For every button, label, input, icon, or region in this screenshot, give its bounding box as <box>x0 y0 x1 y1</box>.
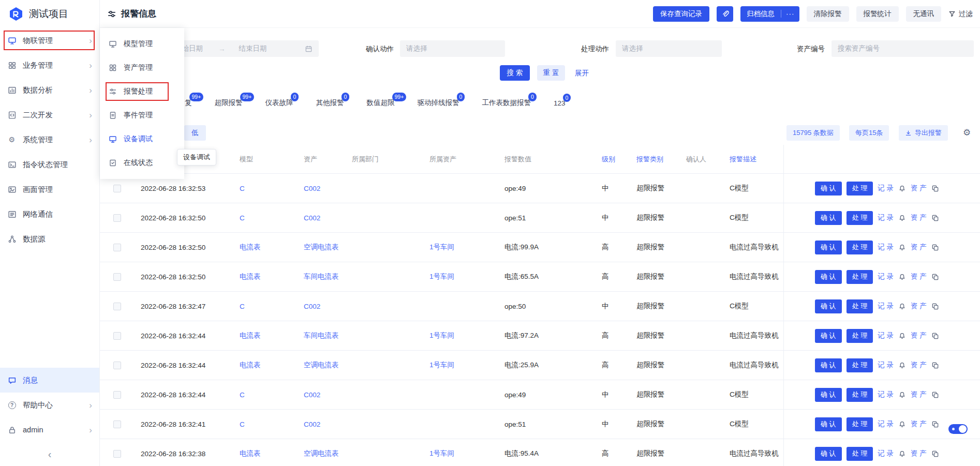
floating-toggle[interactable] <box>948 424 968 434</box>
row-checkbox[interactable] <box>113 185 121 192</box>
model-link[interactable]: C <box>234 292 299 321</box>
parent-asset-link[interactable]: 1号车间 <box>424 233 499 262</box>
sidebar-item-command-status[interactable]: 指令状态管理 <box>0 152 99 177</box>
submenu-item-asset-management[interactable]: 资产管理 <box>100 56 184 80</box>
expand-link[interactable]: 展开 <box>575 69 589 78</box>
asset-link[interactable]: C002 <box>299 174 347 203</box>
copy-icon[interactable] <box>931 303 939 310</box>
row-checkbox[interactable] <box>113 244 121 251</box>
copy-icon[interactable] <box>931 273 939 281</box>
record-link[interactable]: 记 录 <box>878 449 894 458</box>
copy-icon[interactable] <box>931 244 939 251</box>
page-size-pill[interactable]: 每页15条 <box>849 125 889 141</box>
bell-icon[interactable] <box>898 420 906 428</box>
parent-asset-link[interactable] <box>424 203 499 232</box>
record-link[interactable]: 记 录 <box>878 360 894 370</box>
more-icon[interactable]: ··· <box>781 10 799 18</box>
handle-button[interactable]: 处 理 <box>847 417 873 431</box>
sidebar-item-secondary-dev[interactable]: 二次开发 › <box>0 102 99 127</box>
asset-action-link[interactable]: 资 产 <box>911 360 927 370</box>
asset-action-link[interactable]: 资 产 <box>911 331 927 340</box>
confirm-button[interactable]: 确 认 <box>815 358 842 372</box>
row-checkbox[interactable] <box>113 450 121 458</box>
submenu-item-online-status[interactable]: 在线状态 <box>100 151 184 175</box>
model-link[interactable]: 电流表 <box>234 321 299 350</box>
record-link[interactable]: 记 录 <box>878 331 894 340</box>
asset-no-input[interactable]: 搜索资产编号 <box>831 40 974 57</box>
confirm-button[interactable]: 确 认 <box>815 388 842 402</box>
confirm-button[interactable]: 确 认 <box>815 182 842 196</box>
record-link[interactable]: 记 录 <box>878 390 894 399</box>
sidebar-item-system-management[interactable]: ⚙ 系统管理 › <box>0 127 99 152</box>
reset-button[interactable]: 重 置 <box>537 65 565 81</box>
submenu-item-model-management[interactable]: 模型管理 <box>100 32 184 56</box>
row-checkbox[interactable] <box>113 303 121 310</box>
bell-icon[interactable] <box>898 185 906 192</box>
row-checkbox[interactable] <box>113 362 121 369</box>
row-checkbox[interactable] <box>113 420 121 428</box>
parent-asset-link[interactable]: 1号车间 <box>424 262 499 291</box>
alarm-type-tab[interactable]: 驱动掉线报警 0 <box>418 98 459 108</box>
save-query-button[interactable]: 保存查询记录 <box>653 6 709 22</box>
parent-asset-link[interactable] <box>424 380 499 409</box>
record-link[interactable]: 记 录 <box>878 272 894 281</box>
handle-button[interactable]: 处 理 <box>847 329 873 343</box>
bell-icon[interactable] <box>898 450 906 458</box>
sidebar-item-help-center[interactable]: ? 帮助中心 › <box>0 393 99 417</box>
confirm-button[interactable]: 确 认 <box>815 447 842 461</box>
record-link[interactable]: 记 录 <box>878 243 894 252</box>
parent-asset-link[interactable]: 1号车间 <box>424 439 499 466</box>
asset-link[interactable]: 车间电流表 <box>299 262 347 291</box>
confirm-button[interactable]: 确 认 <box>815 211 842 225</box>
confirm-button[interactable]: 确 认 <box>815 329 842 343</box>
asset-link[interactable]: 空调电流表 <box>299 439 347 466</box>
alarm-type-tab[interactable]: 复 99+ <box>185 98 192 108</box>
record-link[interactable]: 记 录 <box>878 302 894 311</box>
submenu-item-alarm-processing[interactable]: 报警处理 <box>100 80 184 103</box>
bell-icon[interactable] <box>898 332 906 340</box>
alarm-type-tab[interactable]: 仪表故障 0 <box>265 98 293 108</box>
asset-link[interactable]: C002 <box>299 292 347 321</box>
header-category[interactable]: 报警类别 <box>631 145 681 173</box>
export-alarm-button[interactable]: 导出报警 <box>899 125 948 141</box>
model-link[interactable]: C <box>234 380 299 409</box>
alarm-type-tab[interactable]: 其他报警 0 <box>316 98 344 108</box>
copy-icon[interactable] <box>931 420 939 428</box>
handle-button[interactable]: 处 理 <box>847 270 873 284</box>
asset-action-link[interactable]: 资 产 <box>911 213 927 222</box>
parent-asset-link[interactable] <box>424 292 499 321</box>
date-range-input[interactable]: 开始日期 → 结束日期 <box>169 40 319 57</box>
sidebar-item-business-management[interactable]: 业务管理 › <box>0 53 99 78</box>
asset-link[interactable]: 空调电流表 <box>299 351 347 380</box>
asset-link[interactable]: C002 <box>299 410 347 439</box>
model-link[interactable]: 电流表 <box>234 262 299 291</box>
record-link[interactable]: 记 录 <box>878 213 894 222</box>
handle-button[interactable]: 处 理 <box>847 358 873 372</box>
sidebar-item-iot-management[interactable]: 物联管理 › <box>0 28 99 53</box>
parent-asset-link[interactable]: 1号车间 <box>424 351 499 380</box>
record-link[interactable]: 记 录 <box>878 419 894 429</box>
model-link[interactable]: 电流表 <box>234 439 299 466</box>
confirm-button[interactable]: 确 认 <box>815 240 842 254</box>
bell-icon[interactable] <box>898 362 906 369</box>
asset-action-link[interactable]: 资 产 <box>911 243 927 252</box>
copy-icon[interactable] <box>931 450 939 458</box>
table-settings-gear-icon[interactable]: ⚙ <box>963 127 971 138</box>
handle-button[interactable]: 处 理 <box>847 299 873 313</box>
row-checkbox[interactable] <box>113 332 121 340</box>
copy-icon[interactable] <box>931 214 939 222</box>
sidebar-item-data-source[interactable]: 数据源 <box>0 227 99 251</box>
handle-button[interactable]: 处 理 <box>847 182 873 196</box>
alarm-type-tab[interactable]: 工作表数据报警 0 <box>482 98 531 108</box>
record-link[interactable]: 记 录 <box>878 184 894 193</box>
bell-icon[interactable] <box>898 303 906 310</box>
filter-button[interactable]: 过滤 <box>948 9 973 19</box>
asset-link[interactable]: C002 <box>299 380 347 409</box>
bell-icon[interactable] <box>898 273 906 281</box>
confirm-action-select[interactable]: 请选择 <box>400 40 505 57</box>
model-link[interactable]: C <box>234 174 299 203</box>
sidebar-item-admin[interactable]: admin › <box>0 417 99 442</box>
row-checkbox[interactable] <box>113 273 121 281</box>
bell-icon[interactable] <box>898 244 906 251</box>
archive-button[interactable]: 归档信息 ··· <box>740 6 799 22</box>
